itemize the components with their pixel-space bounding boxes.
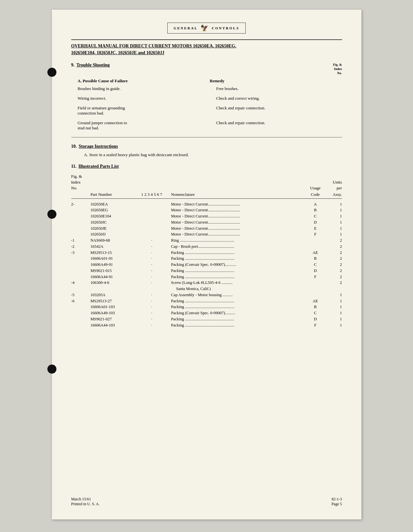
usage-2: B: [307, 207, 324, 213]
fig-14: -4: [71, 280, 91, 286]
part-row-12: MS9021-015 · Packing ...................…: [71, 268, 342, 274]
cause-2: Wiring incorrect.: [78, 96, 216, 101]
part-row-5: 102650JE Motor - Direct Current.........…: [71, 226, 342, 232]
trouble-row-3: Field or armature groundingconnection ba…: [78, 105, 349, 116]
section-11-header: 11. Illustrated Parts List: [71, 164, 342, 169]
nom-20: Packing ................................…: [171, 322, 307, 328]
part-row-3: 102650E104 Motor - Direct Current.......…: [71, 213, 342, 219]
part-18: 16606A49-103: [91, 310, 133, 316]
usage-6: F: [307, 231, 324, 237]
logo-general: GENERAL: [173, 26, 198, 30]
units-3: 1: [324, 213, 342, 219]
fig-8: -2: [71, 244, 91, 250]
part-row-7: -1 NAS669-68 · Ring ....................…: [71, 237, 342, 244]
part-row-4: 102650JC Motor - Direct Current.........…: [71, 219, 342, 226]
nums-14: ·: [133, 280, 171, 286]
section-11: 11. Illustrated Parts List Fig. & Index …: [71, 164, 342, 328]
nom-2: Motor - Direct Current..................…: [171, 207, 307, 213]
cause-header: A. Possible Cause of Failure: [78, 78, 210, 84]
nom-11: Packing (Convair Spec. 0-09007).........…: [171, 262, 307, 268]
part-7: NAS669-68: [91, 237, 133, 244]
col-header-nums-row: 1 2 3 4 5 6 7: [133, 192, 171, 197]
fig-9: -3: [71, 250, 91, 256]
parts-table-header-row1: Fig. & Index No. Usage Units per: [71, 174, 342, 191]
units-7: 2: [324, 237, 342, 244]
part-row-6: 102650JJ Motor - Direct Current.........…: [71, 231, 342, 237]
usage-4: D: [307, 219, 324, 226]
part-13: 16606A44-91: [91, 274, 133, 280]
nums-10: ·: [133, 256, 171, 262]
nums-7: ·: [133, 237, 171, 244]
part-row-8: -2 16542A · Cap - Brush port............…: [71, 244, 342, 250]
doc-title: OVERHAUL MANUAL FOR DIRECT CURRENT MOTOR…: [71, 39, 342, 56]
nom-13: Packing ................................…: [171, 274, 307, 280]
footer-left: March 15/61 Printed in U. S. A.: [71, 497, 100, 507]
usage-10: B: [307, 256, 324, 262]
trouble-row-1: Brushes binding in guide. Free brushes.: [78, 86, 349, 91]
nums-18: ·: [133, 310, 171, 316]
units-11: 2: [324, 262, 342, 268]
part-15: 103205A: [91, 292, 133, 298]
part-row-13: 16606A44-91 · Packing ..................…: [71, 274, 342, 280]
footer: March 15/61 Printed in U. S. A. 82-1-3 P…: [71, 497, 342, 507]
fig-1: 2-: [71, 201, 91, 207]
nums-17: ·: [133, 304, 171, 310]
section-9: 9. Trouble Shooting Fig. & Index No. A. …: [71, 63, 342, 131]
usage-18: C: [307, 310, 324, 316]
section-11-number: 11.: [71, 164, 77, 169]
nom-4: Motor - Direct Current..................…: [171, 219, 307, 226]
part-14: 106300-4-6: [91, 280, 133, 286]
fig-15: -5: [71, 292, 91, 298]
units-17: 1: [324, 304, 342, 310]
usage-12: D: [307, 268, 324, 274]
margin-circle-mid: [47, 210, 56, 219]
section-9-header: 9. Trouble Shooting Fig. & Index No.: [71, 63, 342, 75]
part-9: MS29513-15: [91, 250, 133, 256]
remedy-1: Free brushes.: [216, 86, 349, 91]
part-5: 102650JE: [91, 226, 133, 232]
section-10: 10. Storage Instructions A. Store in a s…: [71, 144, 342, 157]
storage-text: A. Store in a sealed heavy plastic bag w…: [84, 152, 342, 157]
header-logo: GENERAL 🦅 CONTROLS: [71, 23, 342, 34]
usage-13: F: [307, 274, 324, 280]
nums-16: ·: [133, 298, 171, 304]
part-row-10: 16606A01-91 · Packing ..................…: [71, 256, 342, 262]
usage-5: E: [307, 226, 324, 232]
footer-doc-num: 82-1-3: [331, 497, 342, 502]
part-row-9: -3 MS29513-15 · Packing ................…: [71, 250, 342, 256]
col-header-usage-code: Code: [307, 192, 324, 197]
part-16: MS29513-27: [91, 298, 133, 304]
nom-16: Packing ................................…: [171, 298, 307, 304]
section-9-title-block: 9. Trouble Shooting: [71, 63, 110, 68]
part-11: 16606A49-91: [91, 262, 133, 268]
nom-18: Packing (Convair Spec. 0-09007).........…: [171, 310, 307, 316]
section-10-header: 10. Storage Instructions: [71, 144, 342, 149]
trouble-header-row: A. Possible Cause of Failure Remedy: [78, 78, 342, 84]
trouble-row-4: Ground jumper connection tostud nut bad.…: [78, 120, 349, 131]
col-header-nomenclature-label: Nomenclature: [171, 192, 307, 197]
part-row-15: -5 103205A · Cap Assembly - Motor housin…: [71, 292, 342, 298]
section-11-title: Illustrated Parts List: [78, 164, 119, 169]
fig-7: -1: [71, 237, 91, 244]
units-5: 1: [324, 226, 342, 232]
part-3: 102650E104: [91, 213, 133, 219]
parts-rows: 2- 102650EA Motor - Direct Current......…: [71, 201, 342, 328]
units-13: 2: [324, 274, 342, 280]
footer-page: Page 5: [331, 502, 342, 507]
footer-printed: Printed in U. S. A.: [71, 502, 100, 507]
units-16: 1: [324, 298, 342, 304]
part-row-16: -6 MS29513-27 · Packing ................…: [71, 298, 342, 304]
units-9: 2: [324, 250, 342, 256]
part-19: MS9021-027: [91, 316, 133, 322]
margin-circle-bot: [47, 365, 56, 374]
nom-12: Packing ................................…: [171, 268, 307, 274]
nom-8: Cap - Brush port........................…: [171, 244, 307, 250]
parts-table-header-row2: Part Number 1 2 3 4 5 6 7 Nomenclature C…: [71, 192, 342, 199]
part-2: 102650EG: [91, 207, 133, 213]
footer-right: 82-1-3 Page 5: [331, 497, 342, 507]
page: GENERAL 🦅 CONTROLS OVERHAUL MANUAL FOR D…: [52, 10, 361, 519]
section-10-title: Storage Instructions: [79, 144, 118, 149]
col-header-units: Units per: [324, 179, 342, 191]
nom-6: Motor - Direct Current..................…: [171, 231, 307, 237]
margin-circle-top: [47, 68, 56, 77]
